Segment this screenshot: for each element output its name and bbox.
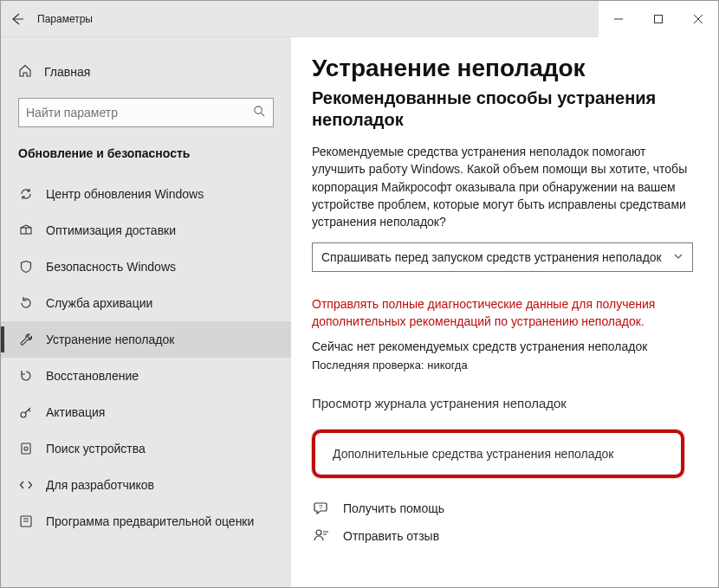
history-link[interactable]: Просмотр журнала устранения неполадок — [312, 396, 567, 410]
key-icon — [18, 404, 34, 420]
page-title: Устранение неполадок — [312, 55, 703, 82]
content-area: Устранение неполадок Рекомендованные спо… — [291, 37, 718, 588]
home-link[interactable]: Главная — [1, 55, 291, 89]
sidebar-item-label: Служба архивации — [46, 296, 152, 310]
sync-icon — [18, 186, 34, 202]
delivery-icon — [18, 223, 34, 238]
svg-point-15 — [316, 530, 321, 535]
arrow-left-icon — [10, 12, 24, 26]
backup-icon — [18, 295, 34, 311]
additional-troubleshooters-highlight: Дополнительные средства устранения непол… — [312, 430, 684, 478]
home-label: Главная — [44, 65, 90, 79]
section-heading: Рекомендованные способы устранения непол… — [312, 87, 703, 131]
description-text: Рекомендуемые средства устранения непола… — [312, 143, 693, 230]
sidebar-item-label: Для разработчиков — [46, 478, 154, 492]
sidebar-item-label: Устранение неполадок — [46, 333, 174, 346]
svg-point-10 — [24, 447, 28, 450]
sidebar-item-label: Программа предварительной оценки — [46, 514, 254, 528]
last-check-text: Последняя проверка: никогда — [312, 359, 703, 372]
status-text: Сейчас нет рекомендуемых средств устране… — [312, 339, 703, 353]
sidebar-item-label: Безопасность Windows — [46, 260, 176, 274]
sidebar-item-recovery[interactable]: Восстановление — [1, 358, 291, 394]
svg-rect-9 — [22, 443, 30, 454]
code-icon — [18, 477, 34, 493]
sidebar-item-label: Активация — [46, 405, 105, 419]
sidebar-item-backup[interactable]: Служба архивации — [1, 285, 291, 321]
dropdown-value: Спрашивать перед запуском средств устран… — [321, 250, 673, 264]
back-button[interactable] — [1, 1, 34, 37]
maximize-button[interactable] — [638, 1, 678, 37]
section-title: Обновление и безопасность — [1, 143, 291, 176]
diagnostic-warning: Отправлять полные диагностические данные… — [312, 296, 693, 330]
sidebar-item-label: Оптимизация доставки — [46, 223, 176, 237]
sidebar-item-label: Восстановление — [46, 369, 139, 383]
svg-rect-1 — [655, 15, 663, 23]
shield-icon — [18, 259, 34, 275]
sidebar-item-find-device[interactable]: Поиск устройства — [1, 430, 291, 467]
recovery-icon — [18, 368, 34, 384]
sidebar-item-insider[interactable]: Программа предварительной оценки — [1, 503, 291, 540]
additional-troubleshooters-link[interactable]: Дополнительные средства устранения непол… — [333, 447, 614, 461]
get-help-link[interactable]: ? Получить помощь — [312, 499, 703, 518]
chevron-down-icon — [673, 249, 683, 265]
get-help-label: Получить помощь — [343, 501, 444, 515]
svg-point-4 — [255, 106, 262, 113]
chat-help-icon: ? — [312, 499, 331, 518]
wrench-icon — [18, 332, 34, 347]
search-input[interactable] — [18, 98, 274, 127]
sidebar-item-label: Центр обновления Windows — [46, 187, 204, 201]
troubleshoot-mode-dropdown[interactable]: Спрашивать перед запуском средств устран… — [312, 242, 693, 272]
find-device-icon — [18, 441, 34, 456]
sidebar-item-label: Поиск устройства — [46, 442, 146, 456]
close-button[interactable] — [678, 1, 718, 37]
sidebar-item-troubleshoot[interactable]: Устранение неполадок — [1, 321, 291, 358]
feedback-link[interactable]: Отправить отзыв — [312, 527, 703, 546]
sidebar-item-developers[interactable]: Для разработчиков — [1, 467, 291, 503]
sidebar-item-windows-update[interactable]: Центр обновления Windows — [1, 176, 291, 212]
feedback-icon — [312, 527, 331, 546]
search-icon — [253, 105, 266, 121]
home-icon — [18, 64, 32, 81]
minimize-button[interactable] — [599, 1, 638, 37]
sidebar-item-windows-security[interactable]: Безопасность Windows — [1, 249, 291, 285]
feedback-label: Отправить отзыв — [343, 529, 439, 543]
search-field[interactable] — [26, 106, 253, 120]
window-title: Параметры — [34, 13, 93, 25]
sidebar-item-delivery-optimization[interactable]: Оптимизация доставки — [1, 212, 291, 249]
titlebar: Параметры — [1, 1, 718, 37]
svg-line-5 — [261, 113, 264, 116]
svg-text:?: ? — [319, 503, 323, 511]
sidebar: Главная Обновление и безопасность Центр … — [1, 37, 291, 588]
sidebar-item-activation[interactable]: Активация — [1, 394, 291, 430]
insider-icon — [18, 514, 34, 529]
